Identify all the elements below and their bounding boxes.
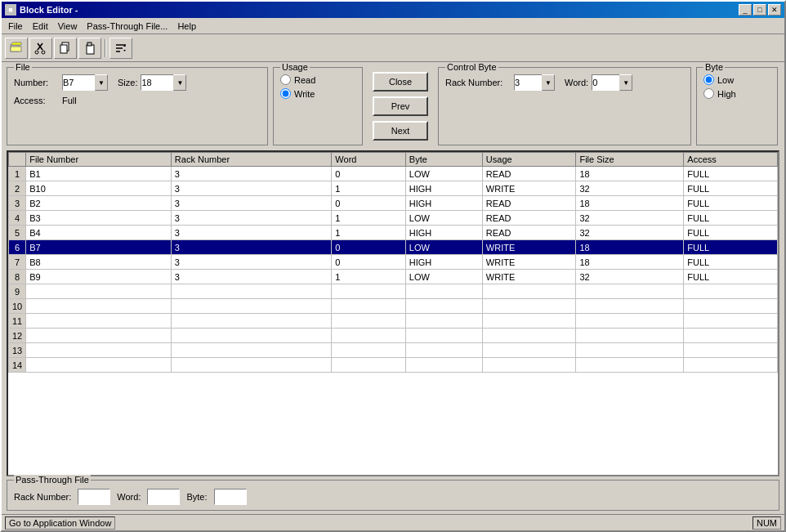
menu-view[interactable]: View — [53, 20, 83, 33]
svg-rect-9 — [87, 45, 94, 54]
col-header-size: File Size — [576, 153, 684, 167]
svg-rect-8 — [60, 45, 67, 53]
number-select-wrapper: B7 B1 B2 B3 B4 B8 B9 B10 ▼ — [62, 74, 108, 91]
table-section: File Number Rack Number Word Byte Usage … — [7, 150, 779, 476]
menu-edit[interactable]: Edit — [28, 20, 53, 33]
number-label: Number: — [14, 78, 59, 87]
usage-write-row: Write — [280, 88, 355, 99]
file-group: File Number: B7 B1 B2 B3 B4 B8 — [7, 67, 268, 145]
title-bar: ■ Block Editor - _ □ ✕ — [2, 2, 784, 18]
status-bar: Go to Application Window NUM — [2, 514, 784, 530]
byte-low-label: Low — [717, 75, 734, 85]
table-row[interactable]: 14 — [9, 358, 778, 373]
next-button[interactable]: Next — [373, 121, 428, 141]
table-row[interactable]: 5B431HIGHREAD32FULL — [9, 226, 778, 240]
rack-select-wrapper: 3 4 5 ▼ — [514, 74, 555, 91]
table-row[interactable]: 9 — [9, 284, 778, 299]
col-header-byte: Byte — [405, 153, 482, 167]
window-title: Block Editor - — [20, 5, 78, 15]
col-header-num — [9, 153, 26, 167]
word-select-wrapper: 0 1 2 3 ▼ — [592, 74, 632, 91]
byte-high-row: High — [703, 88, 770, 99]
rack-label: Rack Number: — [445, 78, 511, 87]
table-row[interactable]: 7B830HIGHWRITE18FULL — [9, 255, 778, 270]
rack-row: Rack Number: 3 4 5 ▼ Word: 0 1 — [445, 74, 684, 91]
table-row[interactable]: 3B230HIGHREAD18FULL — [9, 196, 778, 211]
byte-low-row: Low — [703, 74, 770, 85]
table-header-row: File Number Rack Number Word Byte Usage … — [9, 153, 778, 167]
svg-point-6 — [42, 51, 45, 54]
maximize-button[interactable]: □ — [753, 4, 766, 16]
usage-read-row: Read — [280, 74, 355, 85]
toolbar-paste-button[interactable] — [78, 38, 101, 59]
close-button[interactable]: ✕ — [768, 4, 781, 16]
menu-passthrough[interactable]: Pass-Through File... — [82, 20, 172, 33]
access-value: Full — [62, 96, 77, 105]
table-scroll[interactable]: File Number Rack Number Word Byte Usage … — [8, 152, 778, 475]
prev-button[interactable]: Prev — [373, 96, 428, 116]
menu-file[interactable]: File — [3, 20, 28, 33]
toolbar-separator — [105, 39, 106, 57]
toolbar-sort-button[interactable] — [109, 38, 132, 59]
table-row[interactable]: 8B931LOWWRITE32FULL — [9, 270, 778, 284]
table-row[interactable]: 10 — [9, 299, 778, 314]
svg-rect-2 — [11, 47, 21, 51]
data-table: File Number Rack Number Word Byte Usage … — [8, 152, 778, 373]
top-section: File Number: B7 B1 B2 B3 B4 B8 — [2, 62, 784, 150]
content-area: File Number: B7 B1 B2 B3 B4 B8 — [2, 62, 784, 514]
table-row[interactable]: 6B730LOWWRITE18FULL — [9, 240, 778, 255]
file-number-select[interactable]: B7 B1 B2 B3 B4 B8 B9 B10 — [62, 74, 108, 91]
menu-bar: File Edit View Pass-Through File... Help — [2, 18, 784, 34]
usage-write-label: Write — [294, 89, 315, 99]
file-group-title: File — [14, 62, 32, 72]
title-bar-left: ■ Block Editor - — [5, 4, 78, 16]
passthrough-rack-label: Rack Number: — [14, 492, 71, 502]
table-body: 1B130LOWREAD18FULL2B1031HIGHWRITE32FULL3… — [9, 167, 778, 373]
byte-group: Byte Low High — [696, 67, 778, 145]
buttons-section: Close Prev Next — [368, 67, 433, 145]
byte-low-radio[interactable] — [703, 74, 714, 85]
access-row: Access: Full — [14, 96, 261, 105]
passthrough-byte-label: Byte: — [186, 492, 207, 502]
col-header-file: File Number — [26, 153, 172, 167]
passthrough-byte-input[interactable] — [214, 489, 247, 505]
passthrough-word-input[interactable] — [147, 489, 180, 505]
usage-write-radio[interactable] — [280, 88, 291, 99]
app-icon: ■ — [5, 4, 16, 16]
toolbar-copy-button[interactable] — [54, 38, 77, 59]
table-row[interactable]: 11 — [9, 314, 778, 329]
menu-help[interactable]: Help — [172, 20, 201, 33]
col-header-rack: Rack Number — [171, 153, 332, 167]
usage-group-title: Usage — [280, 62, 310, 72]
table-row[interactable]: 1B130LOWREAD18FULL — [9, 167, 778, 181]
word-select[interactable]: 0 1 2 3 — [592, 74, 632, 91]
file-size-select[interactable]: 18 32 — [141, 74, 186, 91]
passthrough-rack-input[interactable] — [78, 489, 110, 505]
passthrough-word-label: Word: — [117, 492, 141, 502]
minimize-button[interactable]: _ — [739, 4, 752, 16]
col-header-access: Access — [684, 153, 778, 167]
toolbar — [2, 34, 784, 62]
table-row[interactable]: 12 — [9, 329, 778, 343]
table-row[interactable]: 4B331LOWREAD32FULL — [9, 211, 778, 226]
byte-high-label: High — [717, 89, 736, 99]
svg-marker-1 — [11, 42, 21, 45]
usage-read-label: Read — [294, 75, 315, 85]
byte-high-radio[interactable] — [703, 88, 714, 99]
rack-number-select[interactable]: 3 4 5 — [514, 74, 555, 91]
toolbar-cut-button[interactable] — [29, 38, 52, 59]
file-fields: Number: B7 B1 B2 B3 B4 B8 B9 B10 — [14, 74, 261, 105]
usage-read-radio[interactable] — [280, 74, 291, 85]
toolbar-open-button[interactable] — [5, 38, 28, 59]
table-row[interactable]: 2B1031HIGHWRITE32FULL — [9, 181, 778, 196]
access-label: Access: — [14, 96, 59, 105]
svg-point-5 — [35, 51, 38, 54]
status-text: Go to Application Window — [5, 516, 115, 530]
size-select-wrapper: 18 32 ▼ — [141, 74, 186, 91]
table-row[interactable]: 13 — [9, 343, 778, 358]
svg-rect-10 — [87, 42, 92, 46]
byte-group-title: Byte — [703, 62, 725, 72]
main-window: ■ Block Editor - _ □ ✕ File Edit View Pa… — [0, 0, 786, 532]
control-byte-group: Control Byte Rack Number: 3 4 5 ▼ Word: — [438, 67, 691, 145]
close-button-action[interactable]: Close — [373, 72, 428, 92]
